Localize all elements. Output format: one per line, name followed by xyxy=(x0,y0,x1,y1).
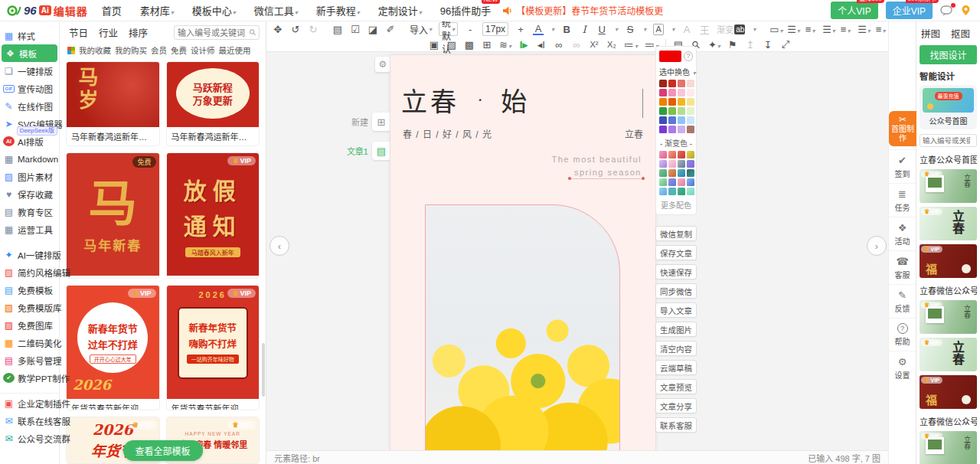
tab-cutout[interactable]: 抠图 xyxy=(951,26,970,41)
highlight-dropdown[interactable]: ab xyxy=(734,25,745,34)
gradient-swatch[interactable] xyxy=(659,178,667,186)
page-settings-gear-icon[interactable]: ⚙ xyxy=(375,57,390,72)
sidebar-item-free-template-library[interactable]: ▨免费模版库 xyxy=(0,299,59,316)
template-banner-thumbnail[interactable]: ♛VIP立春 xyxy=(920,300,977,334)
gradient-swatch[interactable] xyxy=(678,169,685,177)
background-texture-icon[interactable]: ▩ xyxy=(464,39,475,51)
strip-item-help[interactable]: ?帮助 xyxy=(889,318,916,351)
new-article-icon[interactable]: ⊞ xyxy=(372,113,390,131)
strip-item-settings[interactable]: ⚙设置 xyxy=(889,351,916,384)
nav-item-custom-design[interactable]: 定制设计▾ xyxy=(378,3,422,18)
gradient-swatch[interactable] xyxy=(678,151,685,158)
gradient-swatch[interactable] xyxy=(678,178,685,186)
collapse-right-arrow[interactable]: › xyxy=(867,236,887,256)
image-gallery-icon[interactable]: ▨ xyxy=(446,39,457,51)
gradient-swatch[interactable] xyxy=(668,188,676,195)
view-all-templates-button[interactable]: 查看全部模板 xyxy=(122,440,202,461)
find-image-design-button[interactable]: 找图设计 xyxy=(920,45,977,64)
sidebar-item-simple-style-editor[interactable]: ▨简约风格编辑 xyxy=(0,263,59,281)
color-swatch[interactable] xyxy=(659,107,667,115)
sidebar-item-teaching-ppt[interactable]: ✔教学PPT制作 xyxy=(0,369,59,387)
strip-item-feedback[interactable]: ✎反馈 xyxy=(889,284,916,318)
color-swatch[interactable] xyxy=(659,89,667,96)
gradient-swatch[interactable] xyxy=(687,188,694,195)
gradient-swatch[interactable] xyxy=(668,169,676,177)
align-left-dropdown[interactable]: ☰▾ xyxy=(787,24,798,35)
right-panel-search-input[interactable] xyxy=(923,136,970,145)
personal-vip-button[interactable]: 直降100个人VIP xyxy=(831,2,877,19)
gradient-swatch[interactable] xyxy=(659,151,667,158)
sidebar-item-templates[interactable]: ❖模板 xyxy=(2,44,57,62)
filter-link-4[interactable]: 设计师 xyxy=(191,44,215,56)
article-subtitle[interactable]: 春 / 日 / 好 / 风 / 光 xyxy=(403,127,492,140)
sidebar-item-promo-gif[interactable]: GIF宣传动图 xyxy=(0,80,59,97)
gradient-swatch[interactable] xyxy=(687,160,694,168)
nav-item-tutorials[interactable]: 新手教程▾ xyxy=(316,3,360,18)
strikethrough-dropdown[interactable]: S xyxy=(625,24,635,35)
filter-link-1[interactable]: 我的购买 xyxy=(115,44,147,56)
new-document-icon[interactable]: ▤ xyxy=(332,24,343,35)
underline-dropdown[interactable]: U xyxy=(596,24,607,35)
category-grid-icon[interactable] xyxy=(67,47,75,54)
filter-link-3[interactable]: 免费 xyxy=(171,44,187,56)
redo-icon[interactable]: ↻ xyxy=(308,24,318,35)
color-swatch[interactable] xyxy=(687,107,694,115)
gradient-dropdown[interactable]: 渐变 xyxy=(717,23,727,35)
side-label[interactable]: 立春 xyxy=(625,127,643,140)
sync-wechat-button[interactable]: 同步微信 xyxy=(655,283,697,299)
help-question-icon[interactable]: ? xyxy=(684,51,693,61)
paragraph-spacing-dropdown[interactable]: ≋▾ xyxy=(499,39,511,51)
template-card[interactable]: ♛VIP2026新春年货节嗨购不打烊一站购齐年味好物年货节春节新年迎春电商... xyxy=(166,285,260,411)
quick-save-button[interactable]: 快速保存 xyxy=(655,264,697,279)
enterprise-vip-button[interactable]: 500京东卡企业VIP xyxy=(886,2,933,19)
more-colors-link[interactable]: 更多配色 xyxy=(659,199,693,211)
save-article-button[interactable]: 保存文章 xyxy=(655,245,697,260)
article-title[interactable]: 立春 · 始 xyxy=(401,81,530,119)
annotation-icon[interactable]: ⚑ xyxy=(727,39,738,51)
background-color-dropdown[interactable]: A xyxy=(653,24,664,35)
template-card[interactable]: 马岁马年新春鸿运新年春节大... xyxy=(66,61,160,146)
search-icon[interactable]: ⚲ xyxy=(247,27,259,38)
gradient-swatch[interactable] xyxy=(668,151,676,158)
gradient-swatch[interactable] xyxy=(687,151,694,158)
line-height-dropdown[interactable]: ≡▾ xyxy=(875,24,886,35)
cover-maker-tab[interactable]: ✂ 首图制作 xyxy=(889,111,916,146)
remove-link-icon[interactable]: ∞ xyxy=(571,39,582,51)
template-banner-thumbnail[interactable]: ♛VIP立春 xyxy=(920,207,977,240)
sidebar-item-markdown[interactable]: ▦Markdown xyxy=(0,150,59,168)
sidebar-item-qrcode-beautify[interactable]: ▦二维码美化 xyxy=(0,334,59,351)
import-dropdown[interactable]: 导入▾ xyxy=(410,23,432,36)
sidebar-item-ai-one-click-layout[interactable]: ✦AI一键排版 xyxy=(0,246,59,263)
sidebar-item-one-click-layout[interactable]: ❏一键排版 xyxy=(0,62,59,80)
tab-collage[interactable]: 拼图 xyxy=(921,26,940,41)
font-family-select[interactable]: 系统默认▾ xyxy=(439,22,458,36)
filter-link-2[interactable]: 会员 xyxy=(151,44,167,56)
letter-spacing-dropdown[interactable]: 王 xyxy=(699,22,710,37)
font-color-dropdown[interactable]: A xyxy=(533,24,544,35)
color-swatch[interactable] xyxy=(668,89,676,96)
article-1-tab[interactable]: 文章1 ▤ xyxy=(337,142,390,160)
template-card[interactable]: ♛VIP2026新春年货节过年不打烊开开心心过大年年货节春节新年迎春电商... xyxy=(66,285,160,411)
template-banner-thumbnail[interactable]: ♛VIP立春 xyxy=(920,169,977,203)
import-article-button[interactable]: 导入文章 xyxy=(655,302,697,318)
english-caption[interactable]: The most beautiful spring season xyxy=(552,153,642,179)
color-swatch[interactable] xyxy=(659,116,667,124)
color-swatch[interactable] xyxy=(668,80,676,87)
filter-link-5[interactable]: 最近使用 xyxy=(219,44,251,56)
nav-item-wechat-tools[interactable]: 微信工具▾ xyxy=(254,3,298,18)
color-swatch[interactable] xyxy=(687,89,694,96)
filter-link-0[interactable]: 我的收藏 xyxy=(79,44,111,56)
insert-link-icon[interactable]: ∞ xyxy=(554,39,564,51)
ai-assistant-dropdown[interactable]: ✦▾ xyxy=(708,39,720,51)
text-style-dropdown[interactable]: A xyxy=(681,24,692,35)
new-article-tab[interactable]: 新建 ⊞ xyxy=(337,113,390,131)
sidebar-item-operation-tools[interactable]: ▦运营工具 xyxy=(0,221,59,238)
template-card[interactable]: ♛VIP放假通知马踏春风入新年马年新春鸿运新年春节大... xyxy=(166,152,260,279)
selected-color-swatch[interactable] xyxy=(659,51,681,62)
color-swatch[interactable] xyxy=(668,126,676,133)
align-center-dropdown[interactable]: ≡▾ xyxy=(805,24,815,35)
strip-item-check-in[interactable]: ✔签到 xyxy=(889,149,916,183)
font-size-decrease[interactable]: - xyxy=(465,24,475,35)
sidebar-item-official-account-group[interactable]: ✉公众号交流群 xyxy=(0,430,59,447)
article-page[interactable]: 立春 · 始 春 / 日 / 好 / 风 / 光 立春 The most bea… xyxy=(390,55,655,450)
